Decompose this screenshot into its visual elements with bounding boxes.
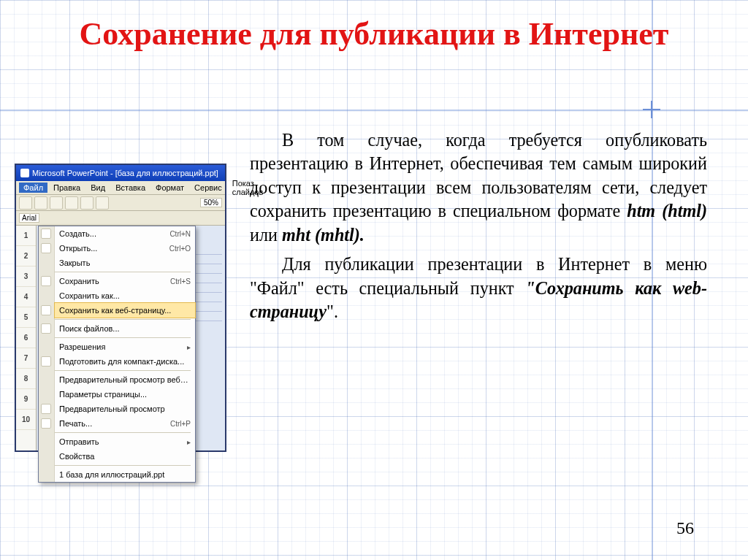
toolbar-button-icon[interactable] xyxy=(19,196,32,210)
menu-item-label: Закрыть xyxy=(59,258,191,267)
menu-item-shortcut: Ctrl+P xyxy=(164,420,191,428)
app-icon xyxy=(20,169,29,177)
menu-формат[interactable]: Формат xyxy=(151,183,188,193)
guide-cross-icon xyxy=(643,101,660,118)
window-title: Microsoft PowerPoint - [база для иллюстр… xyxy=(32,165,218,181)
format-htm: htm (html) xyxy=(627,201,707,220)
menu-item-label: Параметры страницы... xyxy=(59,390,191,399)
outline-slide-number[interactable]: 8 xyxy=(16,369,36,389)
menu-item[interactable]: Сохранить как... xyxy=(55,288,195,303)
outline-slide-number[interactable]: 3 xyxy=(16,266,36,287)
submenu-arrow-icon: ▸ xyxy=(184,343,191,351)
menu-separator xyxy=(55,370,191,371)
menu-item-label: Предварительный просмотр xyxy=(59,404,191,413)
menu-item-icon xyxy=(41,404,51,414)
menu-item[interactable]: Закрыть xyxy=(55,256,195,270)
slide-outline: 12345678910 xyxy=(16,226,37,450)
menu-bar: ФайлПравкаВидВставкаФорматСервисПоказ сл… xyxy=(16,181,225,195)
menu-item[interactable]: Параметры страницы... xyxy=(55,387,195,402)
menu-item[interactable]: 1 база для иллюстраций.ppt xyxy=(55,467,195,482)
menu-item[interactable]: Разрешения▸ xyxy=(55,340,195,354)
menu-item-label: Разрешения xyxy=(59,342,184,351)
menu-item[interactable]: Открыть...Ctrl+O xyxy=(55,241,195,256)
format-mht: mht (mhtl). xyxy=(282,225,365,245)
menu-правка[interactable]: Правка xyxy=(49,183,85,193)
font-name-box[interactable]: Arial xyxy=(19,213,39,223)
menu-icon-strip xyxy=(39,226,55,482)
menu-item[interactable]: Поиск файлов... xyxy=(55,321,195,336)
menu-item-icon xyxy=(41,229,51,239)
toolbar-button-icon[interactable] xyxy=(50,196,63,210)
slide-title: Сохранение для публикации в Интернет xyxy=(0,16,748,52)
powerpoint-screenshot: Microsoft PowerPoint - [база для иллюстр… xyxy=(15,164,226,452)
menu-item-label: Сохранить как... xyxy=(59,291,191,300)
menu-separator xyxy=(55,432,191,433)
outline-slide-number[interactable]: 1 xyxy=(16,226,36,246)
menu-item[interactable]: Предварительный просмотр веб-страницы xyxy=(55,372,195,387)
para2-c: ". xyxy=(327,302,338,321)
menu-separator xyxy=(55,319,191,320)
menu-показ слайдов[interactable]: Показ слайдов xyxy=(228,178,268,197)
menu-item-label: Сохранить как веб-страницу... xyxy=(59,306,191,315)
menu-item[interactable]: Создать...Ctrl+N xyxy=(55,226,195,241)
menu-item[interactable]: Сохранить как веб-страницу... xyxy=(55,303,195,318)
menu-item[interactable]: Предварительный просмотр xyxy=(55,402,195,416)
menu-item-icon xyxy=(41,323,51,334)
menu-item-shortcut: Ctrl+O xyxy=(164,245,191,253)
outline-slide-number[interactable]: 7 xyxy=(16,348,36,369)
menu-item-label: Отправить xyxy=(59,437,184,446)
menu-separator xyxy=(55,337,191,338)
menu-файл[interactable]: Файл xyxy=(19,183,47,193)
menu-item-label: Создать... xyxy=(59,229,164,238)
menu-item[interactable]: Отправить▸ xyxy=(55,434,195,449)
outline-slide-number[interactable]: 4 xyxy=(16,287,36,307)
menu-separator xyxy=(55,465,191,466)
menu-item-icon xyxy=(41,356,51,367)
outline-slide-number[interactable]: 6 xyxy=(16,328,36,348)
menu-вид[interactable]: Вид xyxy=(86,183,110,193)
menu-item-label: Открыть... xyxy=(59,244,164,253)
menu-item-icon xyxy=(41,305,51,315)
body-text: В том случае, когда требуется опубликова… xyxy=(250,129,707,329)
menu-вставка[interactable]: Вставка xyxy=(111,183,150,193)
zoom-box[interactable]: 50% xyxy=(200,198,222,207)
menu-item-label: Печать... xyxy=(59,419,164,428)
menu-item[interactable]: Свойства xyxy=(55,449,195,464)
outline-slide-number[interactable]: 9 xyxy=(16,389,36,410)
menu-item[interactable]: Печать...Ctrl+P xyxy=(55,416,195,431)
menu-item-label: Свойства xyxy=(59,452,191,461)
menu-item-label: Поиск файлов... xyxy=(59,324,191,333)
menu-item-label: Предварительный просмотр веб-страницы xyxy=(59,375,191,384)
para1-b: или xyxy=(250,225,282,245)
toolbar-button-icon[interactable] xyxy=(80,196,94,210)
menu-item-icon xyxy=(41,418,51,429)
menu-item-label: Подготовить для компакт-диска... xyxy=(59,357,191,366)
submenu-arrow-icon: ▸ xyxy=(184,438,191,446)
outline-slide-number[interactable]: 2 xyxy=(16,246,36,266)
toolbar-standard: 50% xyxy=(16,195,225,211)
menu-item[interactable]: Подготовить для компакт-диска... xyxy=(55,354,195,369)
window-titlebar: Microsoft PowerPoint - [база для иллюстр… xyxy=(16,165,225,181)
page-number: 56 xyxy=(676,518,694,538)
toolbar-formatting: Arial xyxy=(16,211,225,226)
menu-сервис[interactable]: Сервис xyxy=(190,183,226,193)
toolbar-button-icon[interactable] xyxy=(65,196,78,210)
menu-item-shortcut: Ctrl+N xyxy=(164,230,191,238)
menu-item-shortcut: Ctrl+S xyxy=(164,277,191,285)
menu-item-icon xyxy=(41,243,51,253)
file-menu-dropdown: Создать...Ctrl+NОткрыть...Ctrl+OЗакрытьС… xyxy=(38,226,196,483)
menu-item-label: Сохранить xyxy=(59,277,164,285)
outline-slide-number[interactable]: 5 xyxy=(16,307,36,328)
menu-separator xyxy=(55,272,191,272)
menu-item[interactable]: СохранитьCtrl+S xyxy=(55,274,195,288)
menu-item-icon xyxy=(41,276,51,286)
guide-horizontal xyxy=(0,110,748,111)
outline-slide-number[interactable]: 10 xyxy=(16,410,36,430)
toolbar-button-icon[interactable] xyxy=(96,196,109,210)
menu-item-label: 1 база для иллюстраций.ppt xyxy=(59,470,191,479)
toolbar-button-icon[interactable] xyxy=(34,196,47,210)
